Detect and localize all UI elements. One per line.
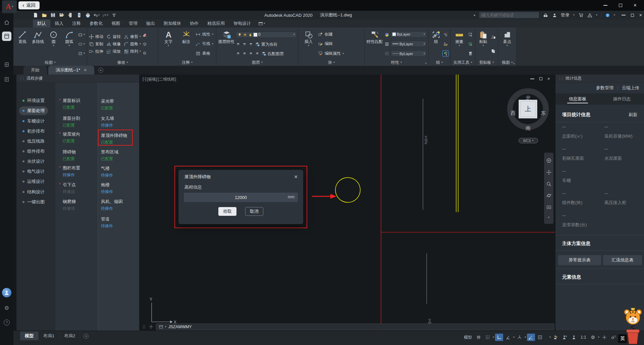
drag-grip-icon[interactable]: ⋮⋮ (558, 77, 564, 80)
panel-title[interactable]: 块▾ (299, 59, 364, 66)
user-icon[interactable] (552, 13, 557, 18)
workflow-task[interactable]: *引下点 待激活 (63, 182, 76, 195)
polar-toggle-icon[interactable] (504, 334, 512, 341)
tool-leader[interactable]: 引线▾ (196, 41, 213, 47)
new-document-tab-button[interactable]: + (98, 68, 103, 73)
ribbon-tab-item[interactable]: 参数化 (85, 19, 107, 28)
panel-title[interactable]: 绘图▾ (13, 59, 87, 66)
workflow-task[interactable]: 炮楼 待操作 (101, 182, 113, 195)
ribbon-tab-item[interactable]: 插入 (50, 19, 68, 28)
viewport-menu[interactable]: [-] (143, 77, 146, 82)
signin-label[interactable]: 登录 (561, 12, 570, 18)
compass-south[interactable]: 南 (526, 125, 531, 132)
workflow-step-3[interactable]: 车棚设计 (19, 117, 48, 126)
ribbon-tab-item[interactable]: 输出 (142, 19, 159, 28)
close-icon[interactable]: ✕ (294, 174, 298, 180)
tool-text[interactable]: A文字▾ (160, 29, 177, 59)
ribbon-tab-item[interactable]: 管理 (124, 19, 142, 28)
tool-match-props[interactable]: 特性匹配 (366, 29, 383, 59)
ribbon-tab-item[interactable]: 精选应用 (203, 19, 229, 28)
workflow-task[interactable]: 风机、烟囱 待操作 (101, 199, 123, 211)
ribbon-tab-active[interactable]: 默认 (33, 19, 50, 28)
annot-auto-toggle-icon[interactable] (561, 334, 569, 341)
search-expand-icon[interactable]: ▸ (474, 13, 476, 17)
open-file-icon[interactable] (41, 12, 47, 18)
workflow-task[interactable]: 障碍物 已配置 (63, 149, 76, 162)
move-icon[interactable] (149, 325, 153, 329)
chevron-down-icon[interactable]: ▾ (614, 14, 615, 16)
send-mobile-icon[interactable] (76, 12, 82, 18)
application-menu-button[interactable]: A ▾ (2, 0, 17, 13)
navbar-menu-icon[interactable]: ▾ (548, 216, 549, 219)
tool-edit-block[interactable]: 编辑 (318, 41, 344, 47)
drawing-canvas[interactable]: i=5% i=5% Y X [-][俯视][二维线框] × 北 南 西 东 上 … (139, 75, 555, 331)
tool-table[interactable]: 表格 (196, 51, 213, 56)
chevron-down-icon[interactable]: ▾ (598, 336, 599, 339)
workflow-task[interactable]: 钢爬梯 待激活 (63, 199, 76, 211)
restore-icon[interactable] (539, 77, 542, 80)
bylayer-dropdown-0[interactable]: ByLayer▾ (391, 31, 427, 38)
panel-title[interactable]: 修改▾ (87, 59, 158, 66)
model-space-label[interactable]: 模型 (464, 335, 472, 340)
tool-ungroup[interactable] (443, 32, 448, 37)
isolate-toggle-icon[interactable] (609, 334, 618, 341)
workflow-step-9[interactable]: 运维设计 (19, 177, 48, 186)
panel-title[interactable]: 特性▾↘ (365, 59, 428, 66)
drag-grip-icon[interactable] (142, 325, 146, 329)
annot-visibility-toggle-icon[interactable] (552, 334, 560, 341)
document-tab[interactable]: 开始 (23, 66, 47, 75)
tool-copy-clip[interactable] (491, 49, 496, 54)
layer-dropdown[interactable]: 0▾ (236, 32, 297, 38)
tool-lines3[interactable] (384, 42, 389, 47)
ribbon-tab-item[interactable]: 视图 (107, 19, 124, 28)
avatar[interactable] (2, 288, 11, 297)
cancel-button[interactable]: 取消 (245, 207, 263, 216)
panel-title[interactable]: 实用工具▾ (450, 59, 475, 66)
pan-icon[interactable] (546, 169, 552, 175)
tool-lasso[interactable] (142, 51, 147, 56)
workflow-step-5[interactable]: 低压线路 (19, 137, 48, 146)
cart-icon[interactable] (578, 12, 584, 18)
ortho-toggle-icon[interactable] (495, 334, 503, 341)
tool-quick-select[interactable] (468, 32, 473, 37)
workflow-step-11[interactable]: 一键出图 (19, 198, 48, 206)
ribbon-tab-item[interactable]: 附加模块 (159, 19, 185, 28)
workflow-task[interactable]: 气楼 待操作 (101, 165, 113, 178)
search-binoculars-icon[interactable] (543, 12, 548, 18)
customize-icon[interactable] (111, 12, 117, 18)
chevron-down-icon[interactable]: ▾ (525, 336, 526, 339)
close-icon[interactable]: × (639, 13, 642, 17)
minimize-icon[interactable] (603, 5, 607, 6)
tool-group[interactable]: 组 (430, 29, 442, 59)
open-mobile-icon[interactable] (67, 12, 73, 18)
back-button[interactable]: ‹ 返回 (18, 1, 40, 9)
tool-mirror[interactable]: 镜像 (106, 41, 121, 47)
chevron-down-icon[interactable]: ▾ (596, 14, 597, 16)
tool-line[interactable]: 直线 (15, 29, 30, 59)
tool-array[interactable]: 阵列▾ (124, 49, 141, 54)
new-layout-button[interactable]: + (84, 334, 89, 339)
workflow-step-4[interactable]: 初步排布 (19, 127, 48, 136)
zoom-icon[interactable] (546, 181, 552, 187)
workflow-step-8[interactable]: 电气设计 (19, 167, 48, 176)
tool-layers[interactable]: 图层特性 (218, 29, 235, 59)
tool-fillet[interactable]: 圆角▾ (124, 41, 141, 47)
maximize-icon[interactable] (619, 4, 622, 7)
tool-stretch[interactable]: 拉伸 (89, 49, 103, 54)
close-icon[interactable]: × (634, 3, 637, 8)
chevron-down-icon[interactable]: ▾ (549, 336, 551, 339)
tool-arc[interactable]: 圆弧▾ (62, 29, 77, 59)
home-icon[interactable] (4, 19, 10, 26)
tool-hatch[interactable]: ▾ (78, 51, 85, 56)
workflow-task[interactable]: 管道 待操作 (101, 216, 113, 229)
ribbon-collapse-button[interactable]: ▾ (255, 19, 268, 28)
tool-insert-block[interactable]: 插入▾ (300, 29, 317, 59)
annot-scale-toggle-icon[interactable] (570, 334, 578, 341)
plot-icon[interactable] (85, 12, 91, 18)
show-motion-icon[interactable] (546, 204, 552, 210)
tool-polyline[interactable]: 多段线 (31, 29, 46, 59)
bylayer-dropdown-1[interactable]: ByLayer▾ (391, 41, 427, 47)
wcs-menu[interactable]: WCS ▾ (519, 138, 538, 143)
workflow-step-7[interactable]: 光伏设计 (19, 157, 48, 166)
layout-tab-2[interactable]: 布局1 (39, 332, 59, 340)
